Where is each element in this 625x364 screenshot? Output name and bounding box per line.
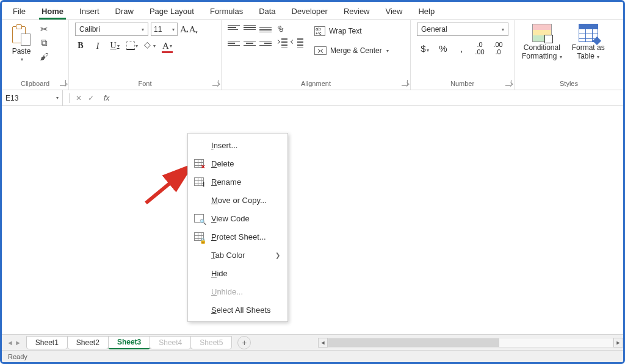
ctx-view-code[interactable]: View Code	[188, 209, 287, 227]
menu-data[interactable]: Data	[256, 5, 278, 20]
scroll-thumb[interactable]	[328, 338, 499, 347]
scroll-track[interactable]	[328, 338, 613, 348]
align-right-icon[interactable]	[259, 38, 272, 48]
font-launcher[interactable]	[212, 80, 219, 86]
format-painter-icon[interactable]: 🖌	[38, 51, 49, 62]
border-icon	[126, 41, 135, 50]
number-launcher[interactable]	[505, 80, 511, 86]
menu-review[interactable]: Review	[341, 5, 372, 20]
chevron-down-icon: ▾	[172, 27, 175, 32]
merge-center-button[interactable]: Merge & Center▾	[312, 43, 391, 58]
group-label-alignment: Alignment	[222, 80, 410, 87]
menu-file[interactable]: File	[10, 5, 28, 20]
percent-button[interactable]: %	[438, 43, 449, 54]
cancel-formula-icon[interactable]: ✕	[76, 94, 82, 102]
paste-label: Paste	[12, 47, 31, 55]
chevron-down-icon: ▾	[117, 43, 120, 49]
align-left-icon[interactable]	[228, 38, 240, 48]
font-name-select[interactable]: Calibri▾	[75, 23, 148, 36]
menu-home[interactable]: Home	[39, 5, 66, 20]
fx-icon[interactable]: fx	[104, 94, 109, 102]
underline-button[interactable]: U▾	[109, 40, 120, 52]
conditional-formatting-button[interactable]: ConditionalFormatting ▾	[521, 23, 563, 62]
increase-indent-icon[interactable]	[291, 38, 303, 48]
copy-icon[interactable]: ⧉	[38, 37, 49, 48]
ctx-select-all-sheets[interactable]: Select All Sheets	[188, 301, 287, 319]
ctx-insert[interactable]: Insert...	[188, 136, 287, 154]
chevron-down-icon[interactable]: ▾	[21, 57, 23, 62]
view-code-icon	[194, 214, 204, 223]
menu-help[interactable]: Help	[416, 5, 437, 20]
formula-bar: E13▾ ✕ ✓ fx	[2, 90, 623, 106]
group-label-number: Number	[411, 80, 514, 87]
ctx-tab-color[interactable]: Tab Color❯	[188, 246, 287, 264]
font-color-button[interactable]: A▾	[162, 40, 173, 52]
menu-draw[interactable]: Draw	[113, 5, 136, 20]
name-box[interactable]: E13▾	[2, 90, 63, 105]
cut-icon[interactable]: ✂	[38, 24, 49, 35]
menu-view[interactable]: View	[383, 5, 405, 20]
fill-icon	[144, 41, 153, 50]
chevron-down-icon: ▾	[56, 95, 59, 101]
paste-button[interactable]: Paste ▾	[8, 23, 35, 63]
currency-button[interactable]: $▾	[419, 43, 430, 54]
align-center-icon[interactable]	[244, 38, 256, 48]
tab-nav[interactable]: ◄►	[2, 339, 26, 346]
group-label-font: Font	[69, 80, 221, 87]
align-bottom-icon[interactable]	[259, 23, 272, 32]
menu-formulas[interactable]: Formulas	[208, 5, 245, 20]
chevron-down-icon: ▾	[153, 43, 156, 49]
rename-sheet-icon	[194, 177, 204, 186]
wrap-text-icon	[314, 26, 325, 36]
orientation-icon[interactable]	[275, 23, 286, 34]
sheet-tab[interactable]: Sheet3	[108, 336, 150, 349]
ctx-delete[interactable]: Delete	[188, 154, 287, 173]
italic-button[interactable]: I	[92, 40, 103, 52]
sheet-tab[interactable]: Sheet1	[26, 336, 68, 349]
ctx-hide[interactable]: Hide	[188, 264, 287, 282]
bold-button[interactable]: B	[75, 40, 86, 52]
add-sheet-button[interactable]: +	[237, 336, 251, 349]
number-format-select[interactable]: General▾	[417, 23, 508, 36]
decrease-font-icon[interactable]: A	[189, 24, 196, 35]
align-top-icon[interactable]	[228, 23, 240, 32]
chevron-down-icon: ▾	[560, 54, 562, 60]
status-text: Ready	[8, 353, 27, 360]
paste-icon	[12, 24, 31, 46]
sheet-tab[interactable]: Sheet4	[150, 336, 191, 349]
ribbon: Paste ▾ ✂ ⧉ 🖌 Clipboard Calibri▾ 11▾ A A	[2, 20, 623, 90]
align-middle-icon[interactable]	[244, 23, 256, 32]
delete-sheet-icon	[194, 159, 204, 168]
group-label-clipboard: Clipboard	[2, 80, 68, 87]
decrease-decimal-button[interactable]: .00.0	[493, 41, 504, 55]
wrap-text-button[interactable]: Wrap Text	[312, 24, 391, 38]
sheet-context-menu: Insert...DeleteRenameMove or Copy...View…	[187, 133, 288, 322]
horizontal-scrollbar[interactable]: ◄ ►	[318, 337, 623, 348]
increase-font-icon[interactable]: A	[180, 24, 187, 35]
scroll-right-icon[interactable]: ►	[613, 338, 623, 348]
menu-page-layout[interactable]: Page Layout	[147, 5, 197, 20]
scroll-left-icon[interactable]: ◄	[318, 338, 328, 348]
enter-formula-icon[interactable]: ✓	[88, 94, 94, 102]
alignment-launcher[interactable]	[402, 80, 408, 86]
fill-color-button[interactable]: ▾	[144, 40, 156, 52]
sheet-tab[interactable]: Sheet5	[190, 336, 232, 349]
decrease-indent-icon[interactable]	[275, 38, 287, 48]
menu-insert[interactable]: Insert	[77, 5, 102, 20]
clipboard-launcher[interactable]	[60, 80, 66, 86]
ribbon-group-font: Calibri▾ 11▾ A A B I U▾ ▾ ▾ A▾ Font	[69, 20, 222, 90]
sheet-tab[interactable]: Sheet2	[67, 336, 109, 349]
format-as-table-button[interactable]: Format asTable ▾	[571, 23, 606, 62]
ctx-unhide: Unhide...	[188, 282, 287, 301]
ctx-protect-sheet[interactable]: Protect Sheet...	[188, 227, 287, 246]
conditional-formatting-icon	[532, 24, 552, 42]
ctx-rename[interactable]: Rename	[188, 173, 287, 191]
border-button[interactable]: ▾	[126, 40, 138, 52]
increase-decimal-button[interactable]: .0.00	[474, 41, 485, 55]
submenu-arrow-icon: ❯	[275, 252, 280, 259]
menu-developer[interactable]: Developer	[289, 5, 330, 20]
comma-button[interactable]: ,	[456, 43, 467, 54]
menubar: FileHomeInsertDrawPage LayoutFormulasDat…	[2, 2, 623, 20]
ctx-move-or-copy[interactable]: Move or Copy...	[188, 191, 287, 209]
font-size-select[interactable]: 11▾	[151, 23, 178, 36]
